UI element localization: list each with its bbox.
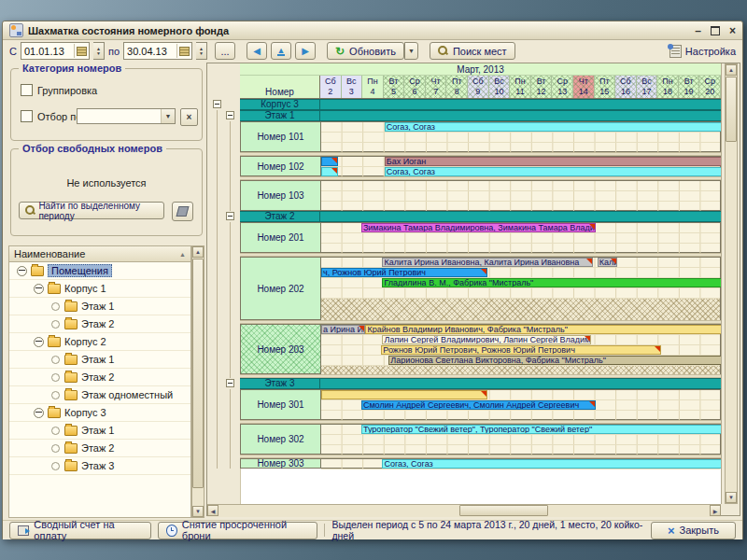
find-by-period-button[interactable]: Найти по выделенному периоду — [19, 202, 164, 219]
collapse-icon[interactable] — [34, 284, 44, 294]
day-header-17[interactable]: Вс17 — [637, 76, 658, 98]
floor-band-этаж-2[interactable]: Этаж 2 — [240, 211, 721, 222]
tree-header[interactable]: Наименование ▲ — [8, 245, 191, 262]
day-header-11[interactable]: Пн11 — [510, 76, 531, 98]
chevron-down-icon[interactable]: ▼ — [161, 109, 175, 123]
booking-bar[interactable]: Калита Ирина Ивановна, Калита Ирина Иван… — [382, 258, 593, 267]
grid-vscroll-thumb[interactable] — [726, 77, 737, 142]
tree-scroll-thumb[interactable] — [192, 259, 204, 488]
calendar-icon[interactable] — [74, 44, 89, 58]
booking-bar[interactable]: Согаз, Согаз — [385, 167, 722, 176]
day-header-7[interactable]: Чт7 — [426, 76, 447, 98]
grid-vertical-scrollbar[interactable]: ▲ ▼ — [725, 63, 738, 504]
room-label[interactable]: Номер 202 — [241, 258, 321, 319]
grid-horizontal-scrollbar[interactable]: ◀ ▶ — [207, 504, 721, 517]
collapse-box-icon[interactable] — [226, 379, 234, 387]
title-bar[interactable]: Шахматка состояния номерного фонда – × — [3, 21, 742, 40]
tree-item-этаж-1[interactable]: Этаж 1 — [9, 298, 190, 315]
close-icon[interactable]: × — [729, 26, 736, 35]
floor-band-этаж-3[interactable]: Этаж 3 — [240, 378, 721, 389]
tree-item-этаж-2[interactable]: Этаж 2 — [9, 369, 190, 386]
date-from-value[interactable]: 01.01.13 — [21, 46, 74, 57]
room-label[interactable]: Номер 303 — [241, 459, 321, 468]
room-label[interactable]: Номер 302 — [241, 425, 321, 454]
day-header-20[interactable]: Ср20 — [699, 76, 721, 98]
scroll-left-icon[interactable]: ◀ — [207, 505, 218, 516]
collapse-box-icon[interactable] — [226, 111, 234, 119]
day-header-8[interactable]: Пт8 — [446, 76, 468, 98]
room-label[interactable]: Номер 301 — [241, 390, 321, 419]
day-header-18[interactable]: Пн18 — [657, 76, 679, 98]
scroll-right-icon[interactable]: ▶ — [710, 505, 721, 516]
day-header-2[interactable]: Сб2 — [320, 76, 342, 98]
booking-bar[interactable]: а Ирина Ивано — [321, 325, 365, 334]
summary-invoice-button[interactable]: Сводный счет на оплату — [9, 522, 151, 539]
day-header-13[interactable]: Ср13 — [552, 76, 573, 98]
room-subrow[interactable] — [321, 435, 720, 445]
search-places-button[interactable]: Поиск мест — [430, 42, 515, 60]
room-label[interactable]: Номер 102 — [241, 157, 321, 175]
collapse-box-icon[interactable] — [226, 212, 234, 220]
booking-bar[interactable]: Гладилина В. М., Фабрика "Мистраль" — [382, 278, 722, 287]
filter-clear-button[interactable]: × — [180, 108, 198, 126]
floor-band-этаж-1[interactable]: Этаж 1 — [240, 110, 721, 121]
date-from-spinner[interactable]: ▲▼ — [93, 42, 105, 60]
room-label[interactable]: Номер 101 — [241, 122, 321, 151]
booking-bar[interactable]: Согаз, Согаз — [382, 459, 722, 469]
filter-combobox[interactable]: ▼ — [77, 108, 176, 124]
booking-bar[interactable]: Туроператор "Свежий ветер", Туроператор … — [361, 425, 722, 434]
booking-bar[interactable] — [321, 157, 338, 166]
booking-bar[interactable]: Смолин Андрей Сергеевич, Смолин Андрей С… — [361, 400, 596, 410]
day-header-10[interactable]: Вс10 — [489, 76, 511, 98]
filter-checkbox[interactable] — [21, 110, 33, 122]
room-subrow[interactable] — [321, 191, 720, 202]
collapse-icon[interactable] — [34, 408, 44, 418]
day-header-5[interactable]: Вт5 — [384, 76, 405, 98]
room-label[interactable]: Номер 103 — [241, 181, 321, 210]
tree-item-корпус-3[interactable]: Корпус 3 — [9, 404, 190, 422]
day-header-16[interactable]: Сб16 — [615, 76, 637, 98]
grouping-checkbox[interactable] — [21, 84, 33, 96]
tree-item-помещения[interactable]: Помещения — [9, 262, 190, 280]
booking-bar[interactable]: Ларионова Светлана Викторовна, Фабрика "… — [388, 356, 722, 365]
floor-band-корпус-3[interactable]: Корпус 3 — [240, 99, 721, 110]
tree-item-этаж-2[interactable]: Этаж 2 — [9, 315, 190, 333]
day-header-3[interactable]: Вс3 — [342, 76, 363, 98]
date-to-value[interactable]: 30.04.13 — [124, 46, 176, 57]
more-dates-button[interactable]: ... — [215, 42, 235, 60]
nav-home-button[interactable]: ▲ — [271, 42, 291, 60]
booking-bar[interactable]: Бах Иоган — [385, 157, 722, 166]
collapse-icon[interactable] — [34, 337, 44, 347]
nav-prev-button[interactable]: ◀ — [247, 42, 267, 60]
booking-bar[interactable]: Лапин Сергей Владимирович, Лапин Сергей … — [382, 335, 591, 344]
room-subrow[interactable] — [321, 233, 720, 244]
day-header-9[interactable]: Сб9 — [468, 76, 489, 98]
booking-bar[interactable]: Рожнов Юрий Петрович, Рожнов Юрий Петров… — [381, 345, 660, 355]
tree-scrollbar[interactable]: ▲ ▼ — [191, 245, 204, 518]
maximize-icon[interactable] — [711, 26, 720, 35]
room-subrow[interactable] — [321, 288, 720, 299]
clear-selection-button[interactable] — [172, 202, 193, 221]
day-header-15[interactable]: Пт15 — [595, 76, 616, 98]
grid-hscroll-thumb[interactable] — [459, 505, 548, 516]
refresh-button[interactable]: ↻ Обновить — [327, 42, 404, 60]
day-header-12[interactable]: Вт12 — [531, 76, 553, 98]
booking-bar[interactable] — [321, 167, 338, 176]
nav-next-button[interactable]: ▶ — [295, 42, 316, 60]
room-subrow[interactable] — [321, 181, 720, 191]
scroll-up-icon[interactable]: ▲ — [726, 64, 737, 76]
scroll-down-icon[interactable]: ▼ — [726, 492, 737, 503]
day-header-19[interactable]: Вт19 — [679, 76, 700, 98]
date-to-spinner[interactable]: ▲▼ — [196, 42, 207, 60]
refresh-dropdown-button[interactable]: ▼ — [404, 42, 418, 60]
tree-item-этаж-одноместный[interactable]: Этаж одноместный — [9, 386, 190, 404]
tree-item-корпус-1[interactable]: Корпус 1 — [9, 280, 190, 298]
booking-bar[interactable]: ч, Рожнов Юрий Петрович — [321, 268, 487, 277]
room-label[interactable]: Номер 201 — [241, 223, 321, 252]
booking-bar[interactable]: Крайнов Владимир Иванович, Фабрика "Мист… — [365, 325, 722, 334]
calendar-icon[interactable] — [176, 44, 191, 58]
room-subrow[interactable] — [321, 133, 720, 143]
tree-item-этаж-1[interactable]: Этаж 1 — [9, 351, 190, 369]
minimize-icon[interactable]: – — [695, 26, 701, 35]
tree-item-этаж-3[interactable]: Этаж 3 — [9, 457, 190, 475]
